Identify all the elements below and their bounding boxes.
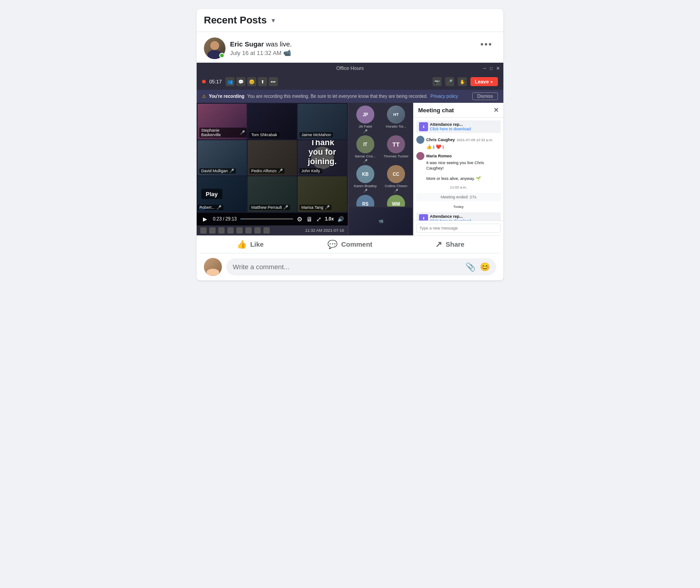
- fullscreen-icon[interactable]: ⤢: [316, 216, 322, 223]
- attachment-text-1: Attendance rep... Click here to download: [430, 122, 471, 131]
- participant-avatar-cc: CC: [387, 165, 405, 183]
- participants-icon[interactable]: 👥: [226, 77, 235, 86]
- recording-dot: [202, 80, 206, 83]
- dropdown-icon[interactable]: ▼: [270, 17, 276, 24]
- video-cell-7: Play Robert... 🎤: [198, 176, 247, 212]
- close-icon[interactable]: ✕: [496, 66, 500, 71]
- screen-icon[interactable]: 🖥: [306, 216, 313, 223]
- post-card: Eric Sugar was live. July 16 at 11:32 AM…: [197, 32, 503, 280]
- recording-time: 05:17: [209, 79, 222, 84]
- video-camera-icon: 📹: [283, 49, 291, 56]
- participant-label-2: Tom Shkrabak: [249, 132, 279, 138]
- privacy-link[interactable]: Privacy policy: [430, 94, 458, 99]
- volume-icon[interactable]: 🔊: [337, 216, 344, 222]
- participant-item-jp: JP Jill Patel 🎤: [351, 106, 380, 133]
- maximize-icon[interactable]: □: [490, 66, 493, 71]
- like-button[interactable]: 👍 Like: [200, 236, 300, 253]
- mic-icon[interactable]: 🎤: [445, 77, 454, 86]
- reactions-icon[interactable]: 😊: [247, 77, 256, 86]
- chat-close-button[interactable]: ✕: [493, 106, 499, 114]
- participant-avatar-rs: RS: [356, 195, 374, 207]
- more-icon[interactable]: •••: [269, 77, 278, 86]
- chat-input[interactable]: [416, 224, 501, 233]
- gear-icon[interactable]: ⚙: [297, 216, 303, 223]
- reaction-heart-count: 1: [442, 145, 444, 149]
- chat-input-area: [414, 220, 503, 235]
- progress-fill: [240, 218, 241, 220]
- camera-icon[interactable]: 📷: [433, 77, 442, 86]
- chat-message-2: Maria Romeo It was nice seeing you live …: [416, 152, 501, 182]
- comment-area: Write a comment... 📎 😊: [197, 253, 503, 280]
- msg-time-1: 2021-07-09 12:32 p.m.: [457, 138, 493, 142]
- participant-label-4: David Mulligan 🎤: [199, 168, 236, 174]
- play-overlay[interactable]: Play: [201, 189, 222, 199]
- chat-icon[interactable]: 💬: [236, 77, 245, 86]
- author-name: Eric Sugar: [230, 40, 264, 48]
- participant-item-wm: WM Will Moffat 🎤: [382, 195, 410, 207]
- video-cell-4: David Mulligan 🎤: [198, 140, 247, 176]
- leave-button[interactable]: Leave: [470, 77, 498, 86]
- participant-label-3: Jaime McMahon: [299, 132, 333, 138]
- avatar: [204, 37, 226, 59]
- chat-attachment-1[interactable]: ⬇ Attendance rep... Click here to downlo…: [416, 120, 501, 133]
- message-header-1: Chris Caughey 2021-07-09 12:32 p.m.: [416, 136, 501, 144]
- participant-name-cc: Collins Cheen: [385, 184, 407, 188]
- dismiss-button[interactable]: Dismiss: [472, 92, 498, 100]
- chat-system-1: Meeting ended: 27s: [416, 193, 501, 201]
- speed-label[interactable]: 1.0x: [325, 216, 334, 221]
- mic-off-icon-1: 🎤: [240, 130, 245, 135]
- video-caption: Happy Friday everyone. Thank you for joi…: [298, 140, 347, 167]
- participant-name-tt: Thomas Tucker: [383, 154, 408, 158]
- like-label: Like: [250, 240, 264, 248]
- section-title: Recent Posts: [204, 14, 267, 26]
- chat-attachment-2[interactable]: ⬇ Attendance rep... Click here to downlo…: [416, 212, 501, 220]
- comment-input-wrapper[interactable]: Write a comment... 📎 😊: [226, 258, 496, 276]
- participant-item-kb: KB Karen Bradley 🎤: [351, 165, 380, 193]
- more-options-button[interactable]: •••: [477, 37, 496, 51]
- minimize-icon[interactable]: ─: [483, 66, 486, 71]
- participant-label-1: Stephanie Baskerville 🎤: [199, 128, 247, 138]
- participant-name-4: David Mulligan: [201, 169, 228, 173]
- participant-label-9: Marisa Tang 🎤: [299, 205, 332, 210]
- attach-title-2: Attendance rep...: [430, 214, 471, 219]
- comment-label: Comment: [341, 240, 372, 248]
- like-icon: 👍: [237, 239, 247, 249]
- participant-avatar-tt: TT: [387, 135, 405, 153]
- video-cell-1: Stephanie Baskerville 🎤: [198, 104, 247, 139]
- msg-text-2: It was nice seeing you live Chris Caughe…: [426, 161, 501, 182]
- participant-mic-it: 🎤: [363, 159, 368, 163]
- comment-button[interactable]: 💬 Comment: [300, 236, 400, 253]
- taskbar-item-5: [236, 227, 243, 234]
- participant-item-cc: CC Collins Cheen 🎤: [382, 165, 410, 193]
- participant-name-8: Matthew Perrault: [251, 205, 282, 210]
- msg-sender-2: Maria Romeo: [426, 154, 452, 158]
- participant-mic-cc: 🎤: [394, 189, 398, 193]
- post-actions: 👍 Like 💬 Comment ↗ Share: [200, 235, 500, 253]
- play-button[interactable]: ▶: [200, 215, 209, 224]
- post-header: Eric Sugar was live. July 16 at 11:32 AM…: [197, 32, 503, 63]
- msg-sender-1: Chris Caughey: [426, 138, 455, 142]
- taskbar-item-6: [245, 227, 252, 234]
- participant-mic-jp: 🎤: [363, 129, 368, 133]
- taskbar-time: 11:32 AM 2021-07-16: [305, 228, 344, 233]
- author-status: was live.: [266, 40, 292, 48]
- hand-raise-icon[interactable]: ✋: [458, 77, 467, 86]
- participant-avatar-kb: KB: [356, 165, 374, 183]
- mic-off-icon-7: 🎤: [216, 205, 221, 210]
- taskbar-item-3: [218, 227, 225, 234]
- participant-label-5: Pedro Alfonzo 🎤: [249, 168, 285, 174]
- participant-item-it: IT Itamar Croi... 🎤: [351, 135, 380, 163]
- mic-off-icon-8: 🎤: [283, 205, 288, 210]
- share-button[interactable]: ↗ Share: [400, 236, 500, 253]
- attach-title-1: Attendance rep...: [430, 122, 471, 127]
- progress-bar[interactable]: [240, 218, 293, 220]
- attach-link-1[interactable]: Click here to download: [430, 127, 471, 131]
- participant-name-9: Marisa Tang: [301, 205, 323, 210]
- teams-toolbar-left: 05:17 👥 💬 😊 ⬆ •••: [202, 77, 278, 86]
- video-container: Office Hours ─ □ ✕ 05:17: [197, 63, 503, 235]
- post-meta: July 16 at 11:32 AM 📹: [230, 49, 292, 56]
- taskbar-item-2: [209, 227, 216, 234]
- emoji-icon[interactable]: 😊: [480, 262, 490, 272]
- paperclip-icon[interactable]: 📎: [465, 262, 475, 272]
- share-screen-icon[interactable]: ⬆: [258, 77, 267, 86]
